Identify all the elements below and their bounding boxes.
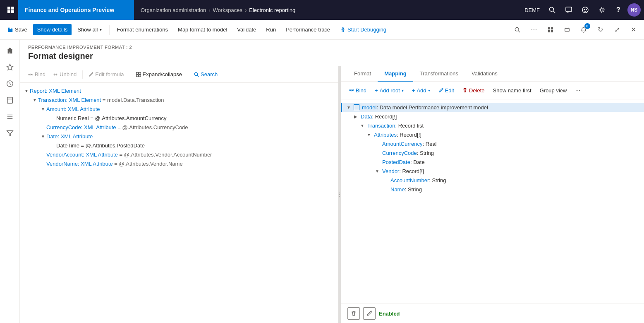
svg-point-32 [194,72,198,76]
performance-trace-button[interactable]: Performance trace [282,24,334,35]
tree-toggle[interactable]: ▼ [345,104,352,111]
breadcrumb-workspaces[interactable]: Workspaces [213,7,242,13]
close-icon[interactable]: ✕ [626,22,641,37]
tree-toggle[interactable]: ▶ [352,113,359,120]
delete-button[interactable]: Delete [459,86,488,95]
search-icon-nav[interactable] [545,2,560,17]
show-details-button[interactable]: Show details [33,24,72,35]
tree-row[interactable]: ▶ DateTime = @.Attributes.PostedDate [20,141,338,150]
sidebar-bookmarks[interactable] [2,93,17,108]
show-name-first-button[interactable]: Show name first [490,86,535,95]
svg-marker-25 [7,131,12,136]
left-panel: Bind Unbind Edit formula Expand/colla [20,66,338,323]
tree-label: Report: XML Element [30,88,81,94]
breadcrumb-org[interactable]: Organization administration [141,7,206,13]
svg-rect-1 [11,7,14,10]
svg-point-12 [515,27,519,31]
delete-icon-bottom[interactable] [347,307,360,320]
settings-icon[interactable] [594,2,609,17]
right-tree-row[interactable]: ▼ model: Data model Performance improvem… [341,103,644,112]
tree-row[interactable]: ▼ Amount: XML Attribute [20,104,338,113]
right-tree-row[interactable]: ▼ Transaction: Record list [341,121,644,130]
svg-point-26 [29,74,30,75]
tree-row[interactable]: ▶ VendorName: XML Attribute = @.Attribut… [20,159,338,168]
tree-row[interactable]: ▼ Transaction: XML Element = model.Data.… [20,95,338,104]
tab-format[interactable]: Format [347,66,378,82]
show-all-button[interactable]: Show all ▾ [73,24,105,35]
right-tree-row[interactable]: ▶ Name: String [341,185,644,194]
run-button[interactable]: Run [262,24,280,35]
plugin-icon[interactable] [560,22,575,37]
tree-toggle[interactable]: ▼ [366,131,372,138]
tree-row[interactable]: ▶ Numeric Real = @.Attributes.AmountCurr… [20,113,338,123]
right-tree-row[interactable]: ▶ Data: Record[!] [341,112,644,121]
tab-transformations[interactable]: Transformations [413,66,465,82]
tree-label: VendorName: XML Attribute = @.Attributes… [46,161,183,167]
save-button[interactable]: Save [3,24,31,35]
right-tree-row[interactable]: ▶ AccountNumber: String [341,176,644,185]
tree-toggle[interactable]: ▼ [374,168,381,174]
user-avatar[interactable]: NS [627,3,641,17]
tab-validations[interactable]: Validations [465,66,504,82]
more-options-right[interactable]: ··· [572,85,584,96]
edit-formula-button[interactable]: Edit formula [85,70,127,79]
validate-button[interactable]: Validate [233,24,260,35]
sidebar-recent[interactable] [2,76,17,91]
notification-icon[interactable]: 0 [576,22,591,37]
right-tree-row[interactable]: ▶ PostedDate: Date [341,157,644,166]
tab-mapping[interactable]: Mapping [378,66,413,82]
tree-row[interactable]: ▼ Date: XML Attribute [20,132,338,141]
bind-button-left[interactable]: Bind [25,70,49,79]
svg-point-10 [601,9,603,11]
svg-rect-17 [551,30,553,32]
format-enumerations-button[interactable]: Format enumerations [113,24,172,35]
tree-toggle[interactable]: ▼ [359,122,366,129]
svg-point-34 [350,90,351,91]
add-root-button[interactable]: + Add root ▾ [371,86,407,95]
svg-line-13 [518,31,520,32]
more-options-icon[interactable]: ··· [527,22,541,37]
tree-toggle[interactable]: ▼ [23,87,30,94]
expand-icon[interactable]: ⤢ [609,22,624,37]
right-tree-row[interactable]: ▼ Attributes: Record[!] [341,130,644,139]
map-format-to-model-button[interactable]: Map format to model [174,24,231,35]
edit-icon-bottom[interactable] [363,307,376,320]
expand-collapse-button[interactable]: Expand/collapse [133,70,185,79]
emoji-icon[interactable] [578,2,593,17]
left-tree: ▼ Report: XML Element ▼ Transaction: XML… [20,83,338,323]
left-toolbar-sep-1 [82,70,83,79]
main-toolbar: Save Show details Show all ▾ Format enum… [0,20,644,40]
chat-icon[interactable] [561,2,576,17]
left-toolbar-sep-2 [130,70,130,79]
sidebar-home[interactable] [2,43,17,58]
refresh-icon[interactable]: ↻ [593,22,608,37]
toolbar-search-icon[interactable] [510,22,525,37]
toolbar-right: ··· 0 ↻ ⤢ ✕ [510,22,641,37]
bind-button-right[interactable]: Bind [346,86,370,95]
add-button[interactable]: + Add ▾ [409,86,433,95]
tree-row[interactable]: ▼ Report: XML Element [20,86,338,95]
apps-icon[interactable] [3,2,18,17]
tree-row[interactable]: ▶ CurrencyCode: XML Attribute = @.Attrib… [20,123,338,132]
tree-toggle[interactable]: ▼ [31,96,38,103]
search-button-left[interactable]: Search [191,70,221,79]
edit-button-right[interactable]: Edit [435,86,457,95]
tree-row[interactable]: ▶ VendorAccount: XML Attribute = @.Attri… [20,150,338,159]
tree-label: DateTime = @.Attributes.PostedDate [56,142,145,149]
group-view-button[interactable]: Group view [536,86,570,95]
sidebar-list[interactable] [2,109,17,124]
grid-icon[interactable] [543,22,558,37]
tree-toggle[interactable]: ▼ [40,133,46,140]
top-navigation: Finance and Operations Preview Organizat… [0,0,644,20]
right-tree-row[interactable]: ▼ Vendor: Record[!] [341,166,644,176]
tree-toggle[interactable]: ▼ [40,106,46,112]
help-icon[interactable]: ? [611,2,626,17]
right-tree-row[interactable]: ▶ AmountCurrency: Real [341,139,644,148]
right-tabs: Format Mapping Transformations Validatio… [341,66,644,82]
sidebar-star[interactable] [2,60,17,75]
tree-label: Numeric Real = @.Attributes.AmountCurren… [56,115,166,121]
start-debugging-button[interactable]: Start Debugging [336,24,390,35]
sidebar-filter[interactable] [2,126,17,141]
right-tree-row[interactable]: ▶ CurrencyCode: String [341,148,644,157]
unbind-button[interactable]: Unbind [50,70,80,79]
